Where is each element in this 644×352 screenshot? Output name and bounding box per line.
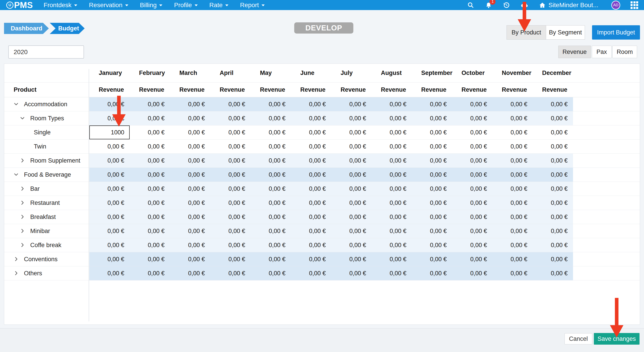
budget-value-cell[interactable]: 0,00 €	[210, 196, 250, 210]
product-row-food-beverage[interactable]: Food & Beverage	[4, 168, 89, 181]
menu-report[interactable]: Report	[240, 1, 265, 9]
budget-value-cell[interactable]: 0,00 €	[331, 266, 372, 280]
product-row-coffe-break[interactable]: Coffe break	[4, 238, 89, 252]
search-icon[interactable]	[467, 1, 474, 9]
budget-value-cell[interactable]: 0,00 €	[492, 140, 533, 154]
budget-value-cell[interactable]: 0,00 €	[89, 111, 130, 125]
product-row-twin[interactable]: Twin	[4, 140, 89, 154]
budget-value-cell[interactable]: 0,00 €	[533, 126, 573, 139]
budget-value-cell[interactable]: 0,00 €	[130, 154, 170, 168]
budget-value-cell[interactable]: 0,00 €	[452, 154, 492, 168]
budget-value-cell[interactable]: 0,00 €	[533, 210, 573, 224]
budget-value-cell[interactable]: 0,00 €	[291, 111, 331, 125]
budget-value-cell[interactable]: 0,00 €	[452, 224, 492, 238]
budget-value-cell[interactable]: 0,00 €	[130, 182, 170, 196]
chevron-right-icon[interactable]	[20, 186, 25, 192]
budget-value-cell[interactable]: 0,00 €	[291, 224, 331, 238]
budget-value-cell[interactable]: 0,00 €	[372, 154, 412, 168]
budget-value-cell[interactable]: 0,00 €	[492, 97, 533, 111]
budget-value-cell[interactable]: 0,00 €	[291, 154, 331, 168]
budget-value-cell[interactable]: 0,00 €	[372, 266, 412, 280]
chevron-right-icon[interactable]	[20, 200, 25, 206]
budget-value-cell[interactable]: 0,00 €	[291, 182, 331, 196]
budget-value-cell[interactable]: 0,00 €	[331, 140, 372, 154]
history-icon[interactable]	[503, 1, 510, 9]
budget-value-cell[interactable]: 0,00 €	[452, 111, 492, 125]
budget-value-cell[interactable]: 0,00 €	[89, 182, 130, 196]
budget-value-cell[interactable]: 0,00 €	[210, 111, 250, 125]
revenue-toggle-button[interactable]: Revenue	[558, 46, 591, 58]
cloud-icon[interactable]	[520, 1, 528, 9]
budget-value-input[interactable]: 1000	[89, 126, 130, 139]
budget-value-cell[interactable]: 0,00 €	[291, 238, 331, 252]
save-changes-button[interactable]: Save changes	[594, 333, 640, 345]
product-row-others[interactable]: Others	[4, 266, 89, 280]
budget-value-cell[interactable]: 0,00 €	[210, 224, 250, 238]
budget-value-cell[interactable]: 0,00 €	[170, 111, 210, 125]
budget-value-cell[interactable]: 0,00 €	[412, 238, 452, 252]
budget-value-cell[interactable]: 0,00 €	[492, 238, 533, 252]
budget-value-cell[interactable]: 0,00 €	[492, 210, 533, 224]
budget-value-cell[interactable]: 0,00 €	[250, 154, 291, 168]
budget-value-cell[interactable]: 0,00 €	[170, 210, 210, 224]
budget-value-cell[interactable]: 0,00 €	[210, 126, 250, 139]
menu-billing[interactable]: Billing	[140, 1, 162, 9]
budget-value-cell[interactable]: 0,00 €	[412, 126, 452, 139]
chevron-right-icon[interactable]	[20, 242, 25, 248]
chevron-right-icon[interactable]	[20, 228, 25, 234]
app-logo[interactable]: U PMS	[6, 1, 33, 9]
budget-value-cell[interactable]: 0,00 €	[492, 196, 533, 210]
chevron-down-icon[interactable]	[13, 172, 19, 177]
budget-value-cell[interactable]: 0,00 €	[492, 126, 533, 139]
budget-value-cell[interactable]: 0,00 €	[250, 196, 291, 210]
budget-value-cell[interactable]: 0,00 €	[89, 252, 130, 266]
budget-value-cell[interactable]: 0,00 €	[170, 196, 210, 210]
budget-value-cell[interactable]: 0,00 €	[250, 182, 291, 196]
menu-frontdesk[interactable]: Frontdesk	[44, 1, 78, 9]
budget-value-cell[interactable]: 0,00 €	[533, 140, 573, 154]
budget-value-cell[interactable]: 0,00 €	[452, 266, 492, 280]
budget-value-cell[interactable]: 0,00 €	[89, 97, 130, 111]
budget-value-cell[interactable]: 0,00 €	[533, 266, 573, 280]
chevron-right-icon[interactable]	[20, 214, 25, 220]
budget-value-cell[interactable]: 0,00 €	[250, 168, 291, 181]
budget-value-cell[interactable]: 0,00 €	[291, 210, 331, 224]
chevron-right-icon[interactable]	[13, 256, 19, 262]
budget-value-cell[interactable]: 0,00 €	[170, 224, 210, 238]
budget-value-cell[interactable]: 0,00 €	[452, 238, 492, 252]
by-product-button[interactable]: By Product	[506, 25, 546, 40]
budget-value-cell[interactable]: 0,00 €	[291, 126, 331, 139]
budget-value-cell[interactable]: 0,00 €	[170, 266, 210, 280]
budget-value-cell[interactable]: 0,00 €	[372, 111, 412, 125]
budget-value-cell[interactable]: 0,00 €	[170, 168, 210, 181]
budget-value-cell[interactable]: 0,00 €	[492, 168, 533, 181]
menu-profile[interactable]: Profile	[174, 1, 198, 9]
budget-value-cell[interactable]: 0,00 €	[452, 210, 492, 224]
budget-value-cell[interactable]: 0,00 €	[331, 97, 372, 111]
property-selector[interactable]: SiteMinder Bout...	[539, 1, 598, 9]
budget-value-cell[interactable]: 0,00 €	[492, 111, 533, 125]
budget-value-cell[interactable]: 0,00 €	[89, 238, 130, 252]
budget-value-cell[interactable]: 0,00 €	[170, 252, 210, 266]
budget-value-cell[interactable]: 0,00 €	[533, 238, 573, 252]
budget-value-cell[interactable]: 0,00 €	[331, 238, 372, 252]
budget-value-cell[interactable]: 0,00 €	[130, 168, 170, 181]
budget-value-cell[interactable]: 0,00 €	[130, 126, 170, 139]
budget-value-cell[interactable]: 0,00 €	[412, 210, 452, 224]
budget-value-cell[interactable]: 0,00 €	[452, 126, 492, 139]
budget-value-cell[interactable]: 0,00 €	[331, 111, 372, 125]
budget-value-cell[interactable]: 0,00 €	[170, 97, 210, 111]
budget-value-cell[interactable]: 0,00 €	[412, 111, 452, 125]
budget-value-cell[interactable]: 0,00 €	[89, 266, 130, 280]
budget-value-cell[interactable]: 0,00 €	[130, 224, 170, 238]
notifications-bell-icon[interactable]: 1	[485, 1, 492, 9]
product-row-breakfast[interactable]: Breakfast	[4, 210, 89, 224]
budget-value-cell[interactable]: 0,00 €	[331, 182, 372, 196]
budget-value-cell[interactable]: 0,00 €	[170, 238, 210, 252]
budget-value-cell[interactable]: 0,00 €	[533, 97, 573, 111]
budget-value-cell[interactable]: 0,00 €	[130, 266, 170, 280]
budget-value-cell[interactable]: 0,00 €	[452, 182, 492, 196]
budget-value-cell[interactable]: 0,00 €	[372, 238, 412, 252]
breadcrumb-dashboard[interactable]: Dashboard	[4, 23, 49, 34]
budget-value-cell[interactable]: 0,00 €	[492, 154, 533, 168]
